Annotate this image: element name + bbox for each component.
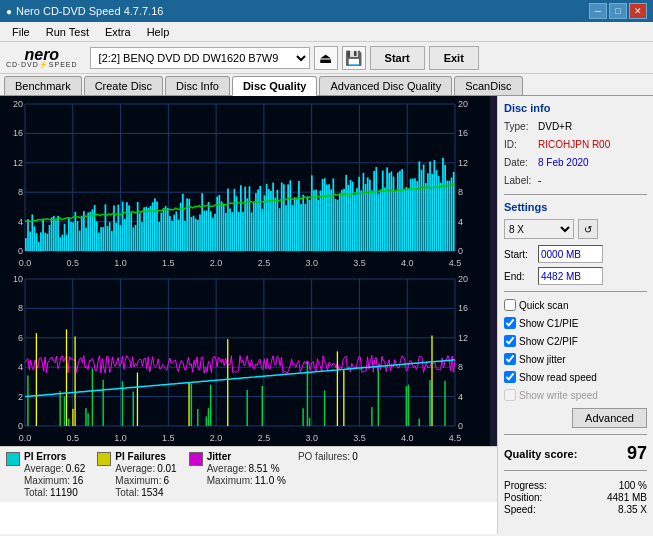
- c1-pie-checkbox[interactable]: [504, 317, 516, 329]
- save-icon[interactable]: 💾: [342, 46, 366, 70]
- speed-selector[interactable]: 8 X: [504, 219, 574, 239]
- main-content: PI Errors Average: 0.62 Maximum: 16 Tota…: [0, 96, 653, 534]
- po-failures-row: PO failures: 0: [298, 451, 358, 462]
- divider-3: [504, 434, 647, 435]
- right-panel: Disc info Type: DVD+R ID: RICOHJPN R00 D…: [498, 96, 653, 534]
- c1-pie-label[interactable]: Show C1/PIE: [519, 318, 578, 329]
- minimize-button[interactable]: ─: [589, 3, 607, 19]
- menu-extra[interactable]: Extra: [97, 24, 139, 40]
- divider-1: [504, 194, 647, 195]
- speed-label: Speed:: [504, 504, 536, 515]
- checkbox-read-speed: Show read speed: [504, 371, 647, 383]
- pi-failures-max-row: Maximum: 6: [115, 475, 176, 486]
- menu-run-test[interactable]: Run Test: [38, 24, 97, 40]
- chart-bottom: [0, 271, 497, 446]
- read-speed-label[interactable]: Show read speed: [519, 372, 597, 383]
- quality-score-label: Quality score:: [504, 448, 577, 460]
- speed-row: Speed: 8.35 X: [504, 504, 647, 515]
- progress-row: Progress: 100 %: [504, 480, 647, 491]
- c2-pif-checkbox[interactable]: [504, 335, 516, 347]
- exit-button[interactable]: Exit: [429, 46, 479, 70]
- app-title: Nero CD-DVD Speed 4.7.7.16: [16, 5, 589, 17]
- legend-pi-failures: PI Failures Average: 0.01 Maximum: 6 Tot…: [97, 451, 176, 498]
- end-mb-input[interactable]: [538, 267, 603, 285]
- end-mb-label: End:: [504, 271, 534, 282]
- app-icon: ●: [6, 6, 12, 17]
- divider-2: [504, 291, 647, 292]
- start-mb-row: Start:: [504, 245, 647, 263]
- jitter-checkbox[interactable]: [504, 353, 516, 365]
- start-button[interactable]: Start: [370, 46, 425, 70]
- disc-date-value: 8 Feb 2020: [538, 156, 589, 170]
- disc-date-row: Date: 8 Feb 2020: [504, 156, 647, 170]
- nero-product: CD·DVD⚡SPEED: [6, 61, 78, 68]
- jitter-label[interactable]: Show jitter: [519, 354, 566, 365]
- quick-scan-checkbox[interactable]: [504, 299, 516, 311]
- pi-failures-avg-row: Average: 0.01: [115, 463, 176, 474]
- eject-icon[interactable]: ⏏: [314, 46, 338, 70]
- checkbox-c1-pie: Show C1/PIE: [504, 317, 647, 329]
- disc-type-value: DVD+R: [538, 120, 572, 134]
- settings-title: Settings: [504, 201, 647, 213]
- tab-disc-info[interactable]: Disc Info: [165, 76, 230, 95]
- legend-pi-errors: PI Errors Average: 0.62 Maximum: 16 Tota…: [6, 451, 85, 498]
- disc-type-label: Type:: [504, 120, 534, 134]
- close-button[interactable]: ✕: [629, 3, 647, 19]
- pi-failures-stats: PI Failures Average: 0.01 Maximum: 6 Tot…: [115, 451, 176, 498]
- quality-score-value: 97: [627, 443, 647, 464]
- legend-po-failures: PO failures: 0: [298, 451, 358, 498]
- pi-errors-title: PI Errors: [24, 451, 85, 462]
- window-controls: ─ □ ✕: [589, 3, 647, 19]
- title-bar: ● Nero CD-DVD Speed 4.7.7.16 ─ □ ✕: [0, 0, 653, 22]
- start-mb-input[interactable]: [538, 245, 603, 263]
- start-mb-label: Start:: [504, 249, 534, 260]
- disc-type-row: Type: DVD+R: [504, 120, 647, 134]
- chart-area: PI Errors Average: 0.62 Maximum: 16 Tota…: [0, 96, 498, 534]
- write-speed-checkbox[interactable]: [504, 389, 516, 401]
- position-row: Position: 4481 MB: [504, 492, 647, 503]
- tab-benchmark[interactable]: Benchmark: [4, 76, 82, 95]
- pi-errors-color: [6, 452, 20, 466]
- toolbar: nero CD·DVD⚡SPEED [2:2] BENQ DVD DD DW16…: [0, 42, 653, 74]
- pi-errors-avg-row: Average: 0.62: [24, 463, 85, 474]
- pi-errors-max-row: Maximum: 16: [24, 475, 85, 486]
- tab-advanced-disc-quality[interactable]: Advanced Disc Quality: [319, 76, 452, 95]
- menu-file[interactable]: File: [4, 24, 38, 40]
- legend-area: PI Errors Average: 0.62 Maximum: 16 Tota…: [0, 446, 497, 502]
- pi-errors-stats: PI Errors Average: 0.62 Maximum: 16 Tota…: [24, 451, 85, 498]
- jitter-color: [189, 452, 203, 466]
- tab-disc-quality[interactable]: Disc Quality: [232, 76, 318, 96]
- drive-selector[interactable]: [2:2] BENQ DVD DD DW1620 B7W9: [90, 47, 310, 69]
- menu-help[interactable]: Help: [139, 24, 178, 40]
- disc-id-value: RICOHJPN R00: [538, 138, 610, 152]
- pi-failures-color: [97, 452, 111, 466]
- refresh-button[interactable]: ↺: [578, 219, 598, 239]
- checkbox-c2-pif: Show C2/PIF: [504, 335, 647, 347]
- tab-scan-disc[interactable]: ScanDisc: [454, 76, 522, 95]
- advanced-button[interactable]: Advanced: [572, 408, 647, 428]
- disc-label-value: -: [538, 174, 541, 188]
- disc-label-row: Label: -: [504, 174, 647, 188]
- jitter-avg-row: Average: 8.51 %: [207, 463, 286, 474]
- tabs: Benchmark Create Disc Disc Info Disc Qua…: [0, 74, 653, 96]
- checkbox-quick-scan: Quick scan: [504, 299, 647, 311]
- speed-value: 8.35 X: [618, 504, 647, 515]
- c2-pif-label[interactable]: Show C2/PIF: [519, 336, 578, 347]
- checkbox-write-speed: Show write speed: [504, 389, 647, 401]
- disc-id-label: ID:: [504, 138, 534, 152]
- end-mb-row: End:: [504, 267, 647, 285]
- maximize-button[interactable]: □: [609, 3, 627, 19]
- disc-id-row: ID: RICOHJPN R00: [504, 138, 647, 152]
- speed-settings-row: 8 X ↺: [504, 219, 647, 239]
- write-speed-label: Show write speed: [519, 390, 598, 401]
- tab-create-disc[interactable]: Create Disc: [84, 76, 163, 95]
- quick-scan-label[interactable]: Quick scan: [519, 300, 568, 311]
- checkbox-jitter: Show jitter: [504, 353, 647, 365]
- disc-info-title: Disc info: [504, 102, 647, 114]
- quality-score-row: Quality score: 97: [504, 443, 647, 464]
- disc-label-label: Label:: [504, 174, 534, 188]
- read-speed-checkbox[interactable]: [504, 371, 516, 383]
- chart-top: [0, 96, 497, 271]
- divider-4: [504, 470, 647, 471]
- pi-errors-total-row: Total: 11190: [24, 487, 85, 498]
